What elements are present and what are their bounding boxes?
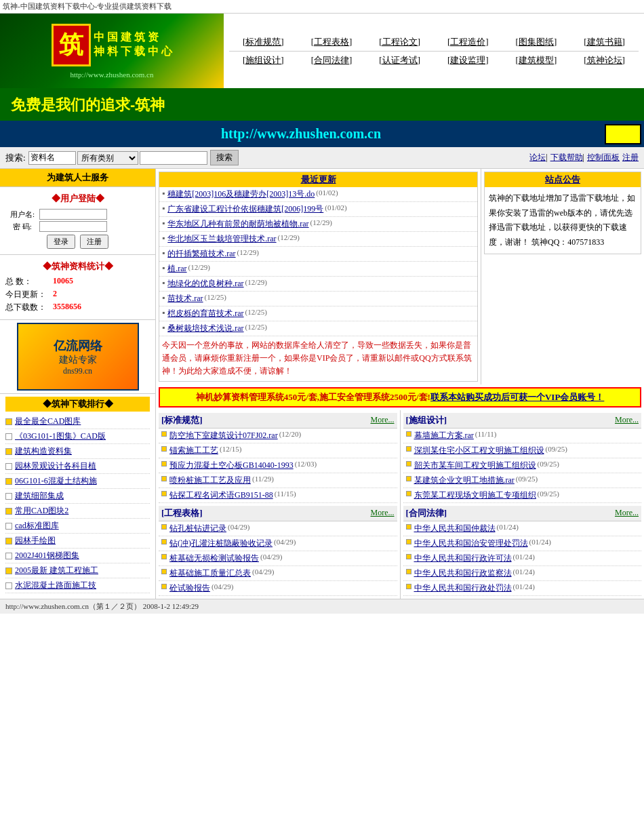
dl-item-link[interactable]: 中华人民共和国治安管理处罚法 (414, 538, 528, 549)
dl-bullet-icon (406, 446, 411, 452)
update-link[interactable]: 地绿化的优良树种.rar (167, 278, 243, 290)
forum-link[interactable]: 论坛 (529, 153, 546, 162)
password-label: 密 码: (5, 222, 39, 232)
dl-bullet-icon (406, 431, 411, 437)
nav-lunwen[interactable]: [工程论文] (379, 36, 420, 48)
dl-gongcheng-more[interactable]: More... (371, 508, 395, 518)
nav-luntan[interactable]: [筑神论坛] (584, 54, 625, 66)
update-link[interactable]: 植.rar (167, 263, 186, 275)
update-link[interactable]: 广东省建设工程计价依据穗建筑[2006]199号 (167, 203, 323, 215)
username-input[interactable] (39, 209, 107, 220)
dl-hetong-more[interactable]: More... (615, 508, 639, 518)
nav-shuji[interactable]: [建筑书籍] (584, 36, 625, 48)
update-link[interactable]: 的扦插繁殖技术.rar (167, 248, 235, 260)
dl-item-link[interactable]: 中华人民共和国行政监察法 (414, 568, 512, 579)
rank-link[interactable]: 园林手绘图 (15, 535, 56, 547)
notice-title-link[interactable]: 站点公告 (545, 174, 580, 184)
update-link[interactable]: 苗技术.rar (167, 293, 203, 304)
dl-item-link[interactable]: 预应力混凝土空心板GB14040-1993 (169, 460, 294, 471)
password-input[interactable] (39, 221, 107, 232)
list-item: ▪植.rar(12/29) (159, 262, 477, 277)
promo-link[interactable]: 联系本站购买成功后可获一个VIP会员账号！ (430, 392, 604, 402)
rank-link[interactable]: cad标准图库 (15, 520, 59, 532)
dl-item-date: (04/29) (252, 568, 274, 576)
rank-bullet-icon (5, 523, 12, 530)
update-date: (12/25) (245, 308, 267, 316)
update-link[interactable]: 桤皮栎的育苗技术.rar (167, 308, 243, 319)
rank-item: 常用CAD图块2 (5, 504, 150, 519)
nav-moxing[interactable]: [建筑模型] (516, 54, 557, 66)
dl-item-link[interactable]: 东莞某工程现场文明施工专项组织 (414, 490, 536, 501)
list-item: ▪地绿化的优良树种.rar(12/29) (159, 277, 477, 292)
dl-item-link[interactable]: 中华人民共和国行政处罚法 (414, 582, 512, 594)
list-item: 钻(冲)孔灌注桩隐蔽验收记录(04/29) (159, 536, 397, 551)
dl-item-link[interactable]: 砼试验报告 (169, 582, 210, 594)
dl-bullet-icon (161, 569, 167, 574)
rank-item: 园林手绘图 (5, 534, 150, 549)
dl-item-link[interactable]: 钻孔桩钻进记录 (169, 523, 226, 534)
stat-today-value: 2 (53, 289, 57, 300)
dl-item-link[interactable]: 锚索施工工艺 (169, 445, 218, 456)
rank-bullet-icon (5, 582, 12, 589)
update-link[interactable]: 桑树栽培技术浅说.rar (167, 323, 243, 334)
dl-item-link[interactable]: 桩基础无损检测试验报告 (169, 553, 259, 564)
rank-item: 园林景观设计各科目植 (5, 459, 150, 474)
search-input[interactable] (140, 151, 207, 165)
rank-bullet-icon (5, 568, 12, 574)
dl-shizu-more[interactable]: More... (615, 415, 639, 425)
rank-link[interactable]: 园林景观设计各科目植 (15, 460, 96, 472)
search-name-input[interactable] (28, 151, 76, 165)
nav-biaoge[interactable]: [工程表格] (311, 36, 353, 48)
dl-item-link[interactable]: 中华人民共和国行政许可法 (414, 553, 512, 564)
dl-item-link[interactable]: 某建筑企业文明工地措施.rar (414, 475, 515, 486)
dl-item-link[interactable]: 钻(冲)孔灌注桩隐蔽验收记录 (169, 538, 273, 549)
rank-link[interactable]: 常用CAD图块2 (15, 505, 68, 517)
dl-item-link[interactable]: 深圳某住宅小区工程文明施工组织设 (414, 445, 544, 456)
nav-tujizhi[interactable]: [图集图纸] (516, 36, 557, 48)
rank-bullet-icon (5, 538, 12, 544)
list-item: ▪华北地区玉兰栽培管理技术.rar(12/29) (159, 232, 477, 247)
sidebar-service-label: 为建筑人士服务 (0, 169, 155, 187)
dl-item-link[interactable]: 幕墙施工方案.rar (414, 430, 474, 441)
footer-text: http://www.zhushen.com.cn（第１／２页） 2008-1-… (5, 602, 199, 610)
search-button[interactable]: 搜索 (210, 150, 239, 165)
rank-link[interactable]: 水泥混凝土路面施工技 (15, 580, 96, 591)
login-form: 用户名: 密 码: 登录 注册 (5, 209, 150, 249)
dl-item-link[interactable]: 桩基础施工质量汇总表 (169, 568, 251, 579)
login-button[interactable]: 登录 (47, 235, 75, 249)
search-cat-select[interactable]: 所有类别 (77, 151, 138, 165)
register-button[interactable]: 注册 (80, 235, 108, 249)
updates-title-link[interactable]: 最近更新 (301, 174, 336, 184)
dl-item-link[interactable]: 喷粉桩施工工艺及应用 (169, 475, 251, 486)
sidebar-ad-section[interactable]: 亿流网络 建站专家 dns99.cn (0, 320, 155, 394)
rank-link[interactable]: 建筑构造资料集 (15, 445, 72, 457)
update-link[interactable]: 华北地区玉兰栽培管理技术.rar (167, 233, 276, 245)
dl-item-link[interactable]: 防空地下室建筑设计07FJ02.rar (169, 430, 278, 441)
nav-hetong[interactable]: [合同法律] (311, 54, 353, 66)
nav-shizu[interactable]: [施组设计] (243, 54, 284, 66)
list-item: ▪桤皮栎的育苗技术.rar(12/25) (159, 306, 477, 321)
dl-item-link[interactable]: 韶关市某车间工程文明施工组织设 (414, 460, 536, 471)
nav-biaozhun[interactable]: [标准规范] (243, 36, 284, 48)
update-link[interactable]: 穗建筑[2003]106及穗建劳办[2003]13号.do (167, 188, 315, 200)
nav-jianshe[interactable]: [建设监理] (447, 54, 489, 66)
dl-gongcheng-header: [工程表格] More... (159, 506, 397, 521)
rank-link[interactable]: 06G101-6混凝土结构施 (15, 475, 97, 487)
rank-link[interactable]: 最全最全CAD图库 (15, 416, 81, 427)
nav-renzheng[interactable]: [认证考试] (379, 54, 420, 66)
nav-zaojia[interactable]: [工程造价] (447, 36, 489, 48)
dl-biaozhun-more[interactable]: More... (371, 415, 395, 425)
update-link[interactable]: 华东地区几种有前景的耐荫地被植物.rar (167, 218, 308, 230)
update-date: (12/29) (237, 248, 259, 256)
rank-link[interactable]: 《03G101-1图集》CAD版 (15, 431, 106, 442)
rank-link[interactable]: 建筑细部集成 (15, 490, 64, 502)
dl-item-link[interactable]: 钻探工程名词术语GB9151-88 (169, 490, 273, 501)
rank-bullet-icon (5, 448, 12, 455)
help-link[interactable]: 下载帮助 (550, 153, 583, 162)
url-banner-area: http://www.zhushen.com.cn (0, 121, 644, 147)
rank-link[interactable]: 2005最新 建筑工程施工 (15, 565, 98, 576)
rank-link[interactable]: 2002J401钢梯图集 (15, 550, 79, 561)
control-panel-link[interactable]: 控制面板 (587, 153, 620, 162)
dl-item-link[interactable]: 中华人民共和国仲裁法 (414, 523, 496, 534)
register-link[interactable]: 注册 (622, 153, 639, 162)
